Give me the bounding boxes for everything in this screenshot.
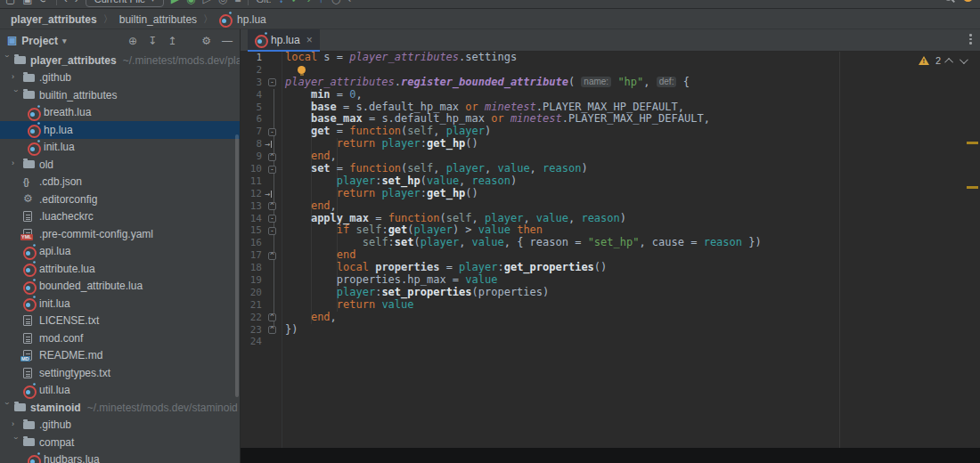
tab-options-icon[interactable] [969, 34, 973, 45]
code-line-16[interactable]: 16 self:set(player, value, { reason = "s… [241, 237, 980, 249]
code-line-7[interactable]: 7- get = function(self, player) [241, 126, 980, 138]
code-line-3[interactable]: 3-player_attributes.register_bounded_att… [241, 77, 980, 89]
open-file-icon[interactable]: ▢ [5, 0, 15, 8]
tree-item-player-attributes[interactable]: ›player_attributes~/.minetest/mods.dev/p… [0, 52, 240, 69]
code-line-21[interactable]: 21 return value [241, 299, 980, 312]
fold-start-icon[interactable]: - [268, 227, 276, 235]
tree-item--pre-commit-config-yaml[interactable]: YML.pre-commit-config.yaml [0, 225, 240, 243]
chevron-collapsed-icon[interactable]: › [12, 158, 20, 167]
forward-icon[interactable]: › [75, 0, 78, 8]
code-line-5[interactable]: 5 base = s.default_hp_max or minetest.PL… [241, 102, 980, 114]
stop-icon[interactable]: ■ [234, 0, 241, 8]
save-icon[interactable]: ▣ [22, 0, 32, 8]
git-branch-icon[interactable]: ⑂ [318, 0, 324, 8]
git-update-icon[interactable]: ↓ [279, 0, 284, 8]
error-stripe-warning-mark[interactable] [967, 186, 978, 189]
tree-item-api-lua[interactable]: api.lua [0, 243, 240, 261]
tree-item-bounded-attribute-lua[interactable]: bounded_attribute.lua [0, 278, 240, 296]
code-line-17[interactable]: 17^ end [241, 249, 980, 262]
chevron-collapsed-icon[interactable]: › [12, 419, 20, 428]
code-line-13[interactable]: 13^ end, [241, 200, 980, 213]
tab-hp-lua[interactable]: hp.lua × [248, 29, 320, 52]
tree-item--github[interactable]: ›.github [0, 417, 240, 435]
code-editor[interactable]: 1local s = player_attributes.settings2 3… [241, 52, 980, 448]
error-stripe-warning-mark[interactable] [967, 142, 978, 144]
code-line-14[interactable]: 14- apply_max = function(self, player, v… [241, 213, 980, 225]
fold-start-icon[interactable]: - [268, 215, 276, 223]
tree-item--cdb-json[interactable]: {}.cdb.json [0, 174, 240, 191]
close-tab-icon[interactable]: × [306, 34, 313, 46]
tree-item--luacheckrc[interactable]: .luacheckrc [0, 208, 240, 226]
code-line-24[interactable]: 24 [241, 336, 980, 348]
code-line-20[interactable]: 20 player:set_properties(properties) [241, 287, 980, 299]
profile-avatar[interactable] [963, 0, 973, 2]
tree-item-hudbars-lua[interactable]: hudbars.lua [0, 451, 240, 463]
debug-icon[interactable]: ◉ [186, 0, 195, 8]
chevron-expanded-icon[interactable]: › [3, 55, 12, 63]
code-line-1[interactable]: 1local s = player_attributes.settings [241, 52, 980, 64]
fold-end-icon[interactable]: ^ [268, 153, 276, 161]
settings-gear-icon[interactable]: ⚙ [201, 35, 211, 47]
search-icon[interactable] [944, 0, 952, 1]
breadcrumb-project[interactable]: player_attributes [11, 13, 97, 26]
tree-item-settingtypes-txt[interactable]: settingtypes.txt [0, 364, 240, 382]
tree-item-attribute-lua[interactable]: attribute.lua [0, 260, 240, 278]
rollback-icon[interactable]: ↩ [347, 0, 356, 8]
chevron-expanded-icon[interactable]: › [3, 402, 12, 410]
run-icon[interactable]: ▶ [171, 0, 179, 8]
fold-end-icon[interactable]: ^ [268, 202, 276, 210]
code-line-18[interactable]: 18 local properties = player:get_propert… [241, 262, 980, 274]
tree-item-hp-lua[interactable]: hp.lua [0, 121, 240, 139]
tree-item-old[interactable]: ›old [0, 156, 240, 174]
code-line-8[interactable]: 8→ return player:get_hp() [241, 138, 980, 150]
project-tool-button[interactable]: ▣ Project ▾ [7, 35, 67, 47]
code-line-22[interactable]: 22^ end, [241, 312, 980, 324]
history-icon[interactable]: ◷ [331, 0, 340, 8]
run-coverage-icon[interactable]: ▷ [202, 0, 210, 8]
sync-icon[interactable]: ⟳ [40, 0, 49, 8]
tree-item--github[interactable]: ›.github [0, 69, 240, 87]
code-line-6[interactable]: 6 base_max = s.default_hp_max or minetes… [241, 113, 980, 126]
code-line-4[interactable]: 4 min = 0, [241, 89, 980, 102]
code-line-2[interactable]: 2 [241, 64, 980, 77]
tree-item-staminoid[interactable]: ›staminoid~/.minetest/mods.dev/staminoid [0, 399, 240, 417]
tree-item-init-lua[interactable]: init.lua [0, 139, 240, 157]
expand-all-icon[interactable]: ↧ [148, 35, 157, 47]
fold-end-icon[interactable]: ^ [268, 313, 276, 321]
tree-item-init-lua[interactable]: init.lua [0, 295, 240, 313]
tree-item-license-txt[interactable]: LICENSE.txt [0, 313, 240, 330]
code-line-12[interactable]: 12→ return player:get_hp() [241, 188, 980, 200]
breadcrumb-folder[interactable]: builtin_attributes [119, 13, 197, 26]
inspection-widget[interactable]: 2 [919, 55, 966, 66]
git-push-icon[interactable]: › [307, 0, 311, 8]
code-line-19[interactable]: 19 properties.hp_max = value [241, 274, 980, 287]
fold-start-icon[interactable]: - [268, 78, 276, 86]
code-line-9[interactable]: 9^ end, [241, 150, 980, 163]
chevron-expanded-icon[interactable]: › [12, 90, 20, 98]
git-commit-icon[interactable]: ✓ [291, 0, 300, 8]
collapse-all-icon[interactable]: ↥ [167, 35, 176, 47]
tree-item-readme-md[interactable]: MDREADME.md [0, 347, 240, 365]
tree-item--editorconfig[interactable]: ⚙.editorconfig [0, 191, 240, 208]
chevron-collapsed-icon[interactable]: › [12, 72, 20, 81]
back-icon[interactable]: ‹ [64, 0, 68, 8]
profiler-icon[interactable]: ◎ [218, 0, 227, 8]
fold-end-icon[interactable]: ^ [268, 252, 276, 260]
code-line-23[interactable]: 23^}) [241, 324, 980, 337]
fold-end-icon[interactable]: ^ [268, 326, 276, 334]
fold-start-icon[interactable]: - [268, 128, 276, 136]
breadcrumb-file[interactable]: hp.lua [237, 13, 266, 26]
tree-scrollbar[interactable] [235, 134, 239, 397]
fold-start-icon[interactable]: - [268, 166, 276, 174]
hide-panel-icon[interactable]: — [222, 35, 233, 47]
locate-file-icon[interactable]: ⊕ [128, 35, 137, 47]
tree-item-util-lua[interactable]: util.lua [0, 382, 240, 400]
tree-item-breath-lua[interactable]: breath.lua [0, 104, 240, 122]
code-line-10[interactable]: 10- set = function(self, player, value, … [241, 163, 980, 175]
tree-item-mod-conf[interactable]: mod.conf [0, 329, 240, 347]
code-line-15[interactable]: 15- if self:get(player) > value then [241, 224, 980, 237]
code-line-11[interactable]: 11 player:set_hp(value, reason) [241, 175, 980, 188]
chevron-expanded-icon[interactable]: › [12, 437, 20, 445]
run-config-selector[interactable]: Current File ▾ [86, 0, 164, 7]
prev-warning-icon[interactable] [944, 57, 953, 66]
